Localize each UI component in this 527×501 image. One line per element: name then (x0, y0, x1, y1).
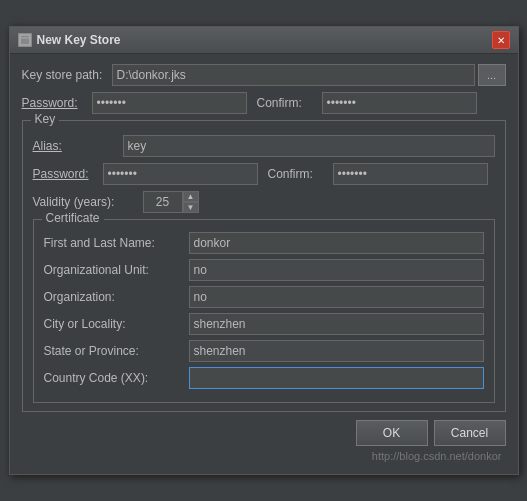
keystore-path-input[interactable] (112, 64, 475, 86)
browse-button[interactable]: ... (478, 64, 506, 86)
country-code-label: Country Code (XX): (44, 371, 189, 385)
org-unit-input[interactable] (189, 259, 484, 281)
key-group: Key Alias: Password: Confirm: Validity (… (22, 120, 506, 412)
state-province-input[interactable] (189, 340, 484, 362)
key-password-input[interactable] (103, 163, 258, 185)
city-locality-input[interactable] (189, 313, 484, 335)
certificate-group: Certificate First and Last Name: Organiz… (33, 219, 495, 403)
keystore-path-row: Key store path: ... (22, 64, 506, 86)
keystore-password-input[interactable] (92, 92, 247, 114)
first-last-name-label: First and Last Name: (44, 236, 189, 250)
city-locality-label: City or Locality: (44, 317, 189, 331)
organization-input[interactable] (189, 286, 484, 308)
org-unit-label: Organizational Unit: (44, 263, 189, 277)
spin-buttons: ▲ ▼ (183, 191, 199, 213)
key-password-label: Password: (33, 167, 103, 181)
city-locality-row: City or Locality: (44, 313, 484, 335)
org-unit-row: Organizational Unit: (44, 259, 484, 281)
key-password-row: Password: Confirm: (33, 163, 495, 185)
keystore-path-label: Key store path: (22, 68, 112, 82)
keystore-password-label: Password: (22, 96, 92, 110)
first-last-name-input[interactable] (189, 232, 484, 254)
button-row: OK Cancel (22, 420, 506, 450)
alias-row: Alias: (33, 135, 495, 157)
keystore-password-row: Password: Confirm: (22, 92, 506, 114)
state-province-label: State or Province: (44, 344, 189, 358)
key-confirm-input[interactable] (333, 163, 488, 185)
alias-label: Alias: (33, 139, 123, 153)
spin-down-button[interactable]: ▼ (183, 202, 199, 213)
close-button[interactable]: ✕ (492, 31, 510, 49)
validity-label: Validity (years): (33, 195, 143, 209)
window-icon (18, 33, 32, 47)
spin-up-button[interactable]: ▲ (183, 191, 199, 202)
validity-spinbox: ▲ ▼ (143, 191, 199, 213)
svg-rect-0 (20, 35, 30, 45)
key-group-label: Key (31, 112, 60, 126)
validity-input[interactable] (143, 191, 183, 213)
ok-button[interactable]: OK (356, 420, 428, 446)
validity-row: Validity (years): ▲ ▼ (33, 191, 495, 213)
title-bar-left: New Key Store (18, 33, 121, 47)
country-code-input[interactable] (189, 367, 484, 389)
keystore-confirm-label: Confirm: (257, 96, 322, 110)
title-bar: New Key Store ✕ (10, 27, 518, 54)
key-confirm-label: Confirm: (268, 167, 333, 181)
keystore-confirm-input[interactable] (322, 92, 477, 114)
first-last-name-row: First and Last Name: (44, 232, 484, 254)
dialog-content: Key store path: ... Password: Confirm: K… (10, 54, 518, 474)
new-key-store-dialog: New Key Store ✕ Key store path: ... Pass… (9, 26, 519, 475)
cancel-button[interactable]: Cancel (434, 420, 506, 446)
organization-row: Organization: (44, 286, 484, 308)
organization-label: Organization: (44, 290, 189, 304)
country-code-row: Country Code (XX): (44, 367, 484, 389)
certificate-group-label: Certificate (42, 211, 104, 225)
state-province-row: State or Province: (44, 340, 484, 362)
alias-input[interactable] (123, 135, 495, 157)
window-title: New Key Store (37, 33, 121, 47)
watermark: http://blog.csdn.net/donkor (22, 450, 506, 464)
button-area: OK Cancel http://blog.csdn.net/donkor (22, 420, 506, 464)
